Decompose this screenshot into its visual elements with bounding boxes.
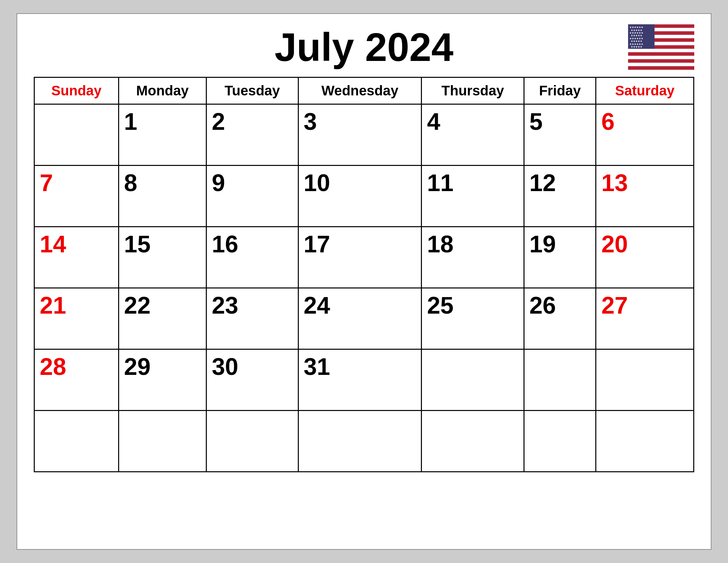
svg-rect-8 [628,52,694,56]
svg-rect-7 [628,49,694,52]
day-cell-1-5[interactable]: 12 [524,165,596,227]
day-cell-1-3[interactable]: 10 [298,165,422,227]
day-cell-3-0[interactable]: 21 [34,288,119,350]
day-cell-3-5[interactable]: 26 [524,288,596,350]
day-cell-0-5[interactable]: 5 [524,104,596,165]
day-cell-0-2[interactable]: 2 [206,104,298,165]
header-monday: Monday [118,77,206,104]
day-cell-2-5[interactable]: 19 [524,227,596,288]
header-saturday: Saturday [596,77,694,104]
day-cell-2-0[interactable]: 14 [34,227,119,288]
header-friday: Friday [524,77,596,104]
week-row-4: 28293031 [34,350,694,411]
day-cell-3-3[interactable]: 24 [298,288,422,350]
svg-rect-9 [628,56,694,59]
day-headers-row: Sunday Monday Tuesday Wednesday Thursday… [34,77,694,104]
day-cell-1-2[interactable]: 9 [206,165,298,227]
day-cell-2-4[interactable]: 18 [422,227,524,288]
day-cell-2-2[interactable]: 16 [206,227,298,288]
day-cell-4-1[interactable]: 29 [118,350,206,411]
day-cell-2-1[interactable]: 15 [118,227,206,288]
day-cell-4-3[interactable]: 31 [298,350,422,411]
month-title: July 2024 [275,27,453,67]
day-cell-3-6[interactable]: 27 [596,288,694,350]
day-cell-5-6[interactable] [596,411,694,472]
day-cell-4-5[interactable] [524,350,596,411]
day-cell-5-3[interactable] [298,411,422,472]
day-cell-2-6[interactable]: 20 [596,227,694,288]
day-cell-1-4[interactable]: 11 [422,165,524,227]
day-cell-3-4[interactable]: 25 [422,288,524,350]
calendar-table: Sunday Monday Tuesday Wednesday Thursday… [34,77,694,472]
week-row-1: 78910111213 [34,165,694,227]
day-cell-3-1[interactable]: 22 [118,288,206,350]
svg-rect-12 [628,66,694,70]
day-cell-0-1[interactable]: 1 [118,104,206,165]
day-cell-2-3[interactable]: 17 [298,227,422,288]
day-cell-4-6[interactable] [596,350,694,411]
day-cell-0-3[interactable]: 3 [298,104,422,165]
us-flag: ★★★★★★ ★★★★★ ★★★★★★ ★★★★★ ★★★★★★ ★★★★★ ★… [628,24,694,70]
day-cell-1-0[interactable]: 7 [34,165,119,227]
day-cell-4-4[interactable] [422,350,524,411]
svg-rect-11 [628,63,694,66]
day-cell-4-2[interactable]: 30 [206,350,298,411]
week-row-5 [34,411,694,472]
calendar-header: July 2024 ★★★★★★ [34,27,694,67]
day-cell-3-2[interactable]: 23 [206,288,298,350]
week-row-3: 21222324252627 [34,288,694,350]
day-cell-0-0[interactable] [34,104,119,165]
svg-text:★★★★★: ★★★★★ [631,45,642,48]
header-tuesday: Tuesday [206,77,298,104]
header-thursday: Thursday [422,77,524,104]
header-wednesday: Wednesday [298,77,422,104]
day-cell-1-6[interactable]: 13 [596,165,694,227]
day-cell-0-4[interactable]: 4 [422,104,524,165]
day-cell-5-1[interactable] [118,411,206,472]
day-cell-5-2[interactable] [206,411,298,472]
day-cell-1-1[interactable]: 8 [118,165,206,227]
header-sunday: Sunday [34,77,119,104]
day-cell-5-5[interactable] [524,411,596,472]
day-cell-5-4[interactable] [422,411,524,472]
week-row-0: 123456 [34,104,694,165]
calendar-container: July 2024 ★★★★★★ [17,13,711,550]
day-cell-0-6[interactable]: 6 [596,104,694,165]
day-cell-4-0[interactable]: 28 [34,350,119,411]
svg-rect-10 [628,59,694,63]
day-cell-5-0[interactable] [34,411,119,472]
week-row-2: 14151617181920 [34,227,694,288]
